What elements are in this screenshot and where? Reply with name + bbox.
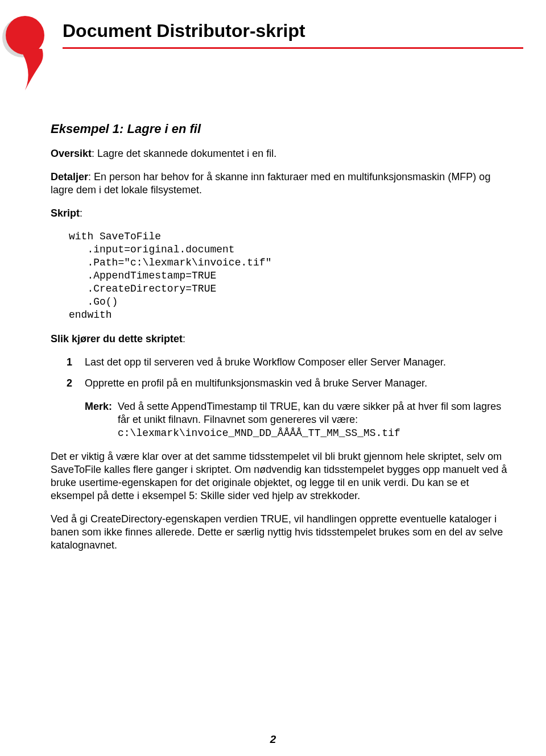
details-label: Detaljer — [51, 171, 88, 182]
script-label-para: Skript: — [51, 207, 507, 220]
step-text: Last det opp til serveren ved å bruke Wo… — [85, 356, 446, 369]
note-block: Merk: Ved å sette AppendTimestamp til TR… — [85, 400, 507, 440]
page-title: Document Distributor-skript — [63, 20, 523, 41]
logo-tail-icon — [19, 48, 48, 93]
overview-para: Oversikt: Lagre det skannede dokumentet … — [51, 147, 507, 160]
note-text: Ved å sette AppendTimestamp til TRUE, ka… — [118, 401, 501, 425]
example-heading: Eksempel 1: Lagre i en fil — [51, 121, 507, 137]
note-code: c:\lexmark\invoice_MND_DD_ÅÅÅÅ_TT_MM_SS_… — [118, 427, 400, 439]
step-number: 2 — [67, 377, 85, 390]
note-body: Ved å sette AppendTimestamp til TRUE, ka… — [118, 400, 507, 440]
body-para-1: Det er viktig å være klar over at det sa… — [51, 450, 507, 502]
script-colon: : — [80, 207, 82, 219]
step-text: Opprette en profil på en multifunksjonsm… — [85, 377, 427, 390]
list-item: 1 Last det opp til serveren ved å bruke … — [67, 356, 507, 369]
page-header: Document Distributor-skript — [63, 20, 523, 49]
note-label: Merk: — [85, 400, 118, 440]
page-number: 2 — [0, 733, 546, 746]
details-para: Detaljer: En person har behov for å skan… — [51, 171, 507, 197]
title-underline — [63, 47, 523, 49]
howto-label: Slik kjører du dette skriptet — [51, 333, 183, 344]
step-number: 1 — [67, 356, 85, 369]
script-label: Skript — [51, 207, 80, 219]
steps-list: 1 Last det opp til serveren ved å bruke … — [67, 356, 507, 390]
overview-text: : Lagre det skannede dokumentet i en fil… — [92, 148, 276, 159]
details-text: : En person har behov for å skanne inn f… — [51, 171, 490, 196]
list-item: 2 Opprette en profil på en multifunksjon… — [67, 377, 507, 390]
main-content: Eksempel 1: Lagre i en fil Oversikt: Lag… — [51, 121, 507, 562]
body-para-2: Ved å gi CreateDirectory-egenskapen verd… — [51, 513, 507, 552]
script-code: with SaveToFile .input=original.document… — [69, 230, 507, 322]
howto-para: Slik kjører du dette skriptet: — [51, 333, 507, 346]
overview-label: Oversikt — [51, 148, 92, 159]
logo — [2, 16, 45, 59]
